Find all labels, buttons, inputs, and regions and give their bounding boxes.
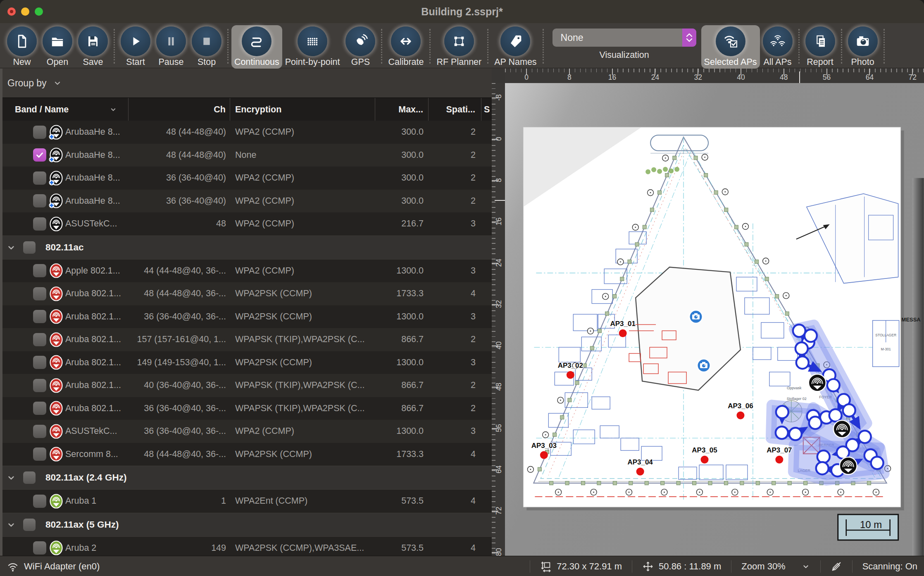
ap-checkbox[interactable] — [33, 495, 46, 508]
selected-aps-button[interactable]: Selected APs — [701, 25, 760, 69]
chevron-down-icon[interactable] — [6, 242, 17, 253]
continuous-mode-button[interactable]: Continuous — [231, 25, 282, 69]
ap-row[interactable]: ArubaaHe 8...48 (44-48@40)WPA2 (CCMP)300… — [0, 121, 492, 144]
ap-row[interactable]: Aruba 802.1...36 (36-40@40, 36-...WPAPSK… — [0, 397, 492, 420]
camera-marker[interactable] — [689, 310, 703, 324]
survey-point[interactable] — [843, 404, 855, 417]
ap-marker-dot[interactable] — [540, 451, 548, 459]
ap-row[interactable]: Aruba 802.1...40 (36-40@40, 36-...WPAPSK… — [0, 374, 492, 397]
ap-row[interactable]: Sercomm 8...48 (44-48@40, 36-...WPA2PSK … — [0, 443, 492, 466]
gps-button[interactable]: GPS — [343, 25, 378, 69]
column-header-ch[interactable]: Ch — [129, 98, 230, 121]
ap-row[interactable]: ArubaaHe 8...48 (44-48@40)None300.02 — [0, 144, 492, 167]
survey-point[interactable] — [827, 379, 840, 391]
column-header-spatial[interactable]: Spati... — [429, 98, 481, 121]
ruler-cursor-marker — [495, 200, 505, 201]
ap-row[interactable]: ASUSTekC...36 (36-40@40, 36-...WPA2 (CCM… — [0, 420, 492, 443]
chevron-down-icon[interactable] — [6, 519, 17, 530]
ap-checkbox[interactable] — [33, 287, 46, 300]
ap-row[interactable]: Aruba 802.1...48 (44-48@40, 36-...WPA2PS… — [0, 282, 492, 305]
ap-checkbox[interactable] — [33, 541, 46, 555]
column-marker — [765, 277, 769, 281]
ap-checkbox[interactable] — [33, 126, 46, 139]
group-checkbox[interactable] — [23, 471, 36, 484]
ap-marker-dot[interactable] — [736, 412, 744, 419]
new-button[interactable]: New — [4, 25, 40, 69]
survey-point[interactable] — [871, 457, 884, 469]
group-by-control[interactable]: Group by — [0, 69, 492, 98]
survey-point[interactable] — [817, 450, 830, 463]
survey-point[interactable] — [805, 329, 817, 342]
measured-ap-icon[interactable] — [840, 457, 857, 474]
ap-marker-dot[interactable] — [775, 456, 783, 464]
ap-marker-dot[interactable] — [619, 329, 627, 337]
column-header-band-name[interactable]: Band / Name — [0, 98, 129, 121]
ap-marker-dot[interactable] — [701, 456, 709, 464]
group-row[interactable]: 802.11ax (5 GHz) — [0, 513, 492, 537]
ap-checkbox[interactable] — [33, 194, 46, 207]
column-header-encryption[interactable]: Encryption — [230, 98, 375, 121]
start-button[interactable]: Start — [118, 25, 153, 69]
ap-checkbox[interactable] — [33, 217, 46, 231]
all-aps-button[interactable]: All APs — [760, 25, 795, 69]
survey-point[interactable] — [859, 431, 871, 443]
camera-marker[interactable] — [697, 359, 710, 372]
ap-checkbox[interactable] — [33, 425, 46, 438]
ap-checkbox[interactable] — [33, 402, 46, 415]
survey-point[interactable] — [816, 462, 829, 474]
group-row[interactable]: 802.11ac — [0, 236, 492, 259]
open-button[interactable]: Open — [40, 25, 75, 69]
save-button[interactable]: Save — [75, 25, 111, 69]
visualization-select[interactable]: None — [552, 29, 696, 47]
report-button[interactable]: Report — [803, 25, 838, 69]
survey-point[interactable] — [809, 417, 822, 429]
ap-checkbox[interactable] — [33, 310, 46, 323]
survey-point[interactable] — [776, 406, 788, 418]
survey-point[interactable] — [795, 342, 808, 355]
ap-marker-dot[interactable] — [567, 371, 574, 379]
group-row[interactable]: 802.11ax (2.4 GHz) — [0, 466, 492, 490]
ap-checkbox[interactable] — [33, 171, 46, 185]
stop-button[interactable]: Stop — [189, 25, 224, 69]
visualization-stepper[interactable] — [682, 29, 696, 47]
measured-ap-icon[interactable] — [809, 374, 826, 391]
column-header-s[interactable]: S — [481, 98, 492, 121]
survey-point[interactable] — [793, 324, 805, 337]
ap-row[interactable]: ArubaaHe 8...36 (36-40@40)WPA2 (CCMP)300… — [0, 167, 492, 190]
ap-checkbox[interactable] — [33, 447, 46, 461]
ap-row[interactable]: Aruba 2149WPA2PSK (CCMP),WPA3SAE...573.5… — [0, 537, 492, 556]
ap-checkbox[interactable] — [33, 264, 46, 277]
survey-point[interactable] — [796, 356, 809, 369]
chevron-down-icon[interactable] — [6, 472, 17, 483]
annotation-toggle[interactable] — [820, 560, 852, 573]
group-checkbox[interactable] — [23, 519, 36, 531]
ap-row[interactable]: Aruba 11WPA2Ent (CCMP)573.54 — [0, 490, 492, 513]
column-header-max[interactable]: Max... — [375, 98, 429, 121]
ap-row[interactable]: Aruba 802.1...149 (149-153@40, 1...WPA2P… — [0, 351, 492, 374]
ap-row[interactable]: Apple 802.1...44 (44-48@40, 36-...WPA2 (… — [0, 259, 492, 283]
ap-row[interactable]: Aruba 802.1...36 (36-40@40, 36-...WPA2PS… — [0, 305, 492, 328]
ap-row[interactable]: ASUSTekC...48WPA2 (CCMP)216.73 — [0, 212, 492, 236]
calibrate-button[interactable]: Calibrate — [385, 25, 426, 69]
survey-point[interactable] — [776, 426, 788, 439]
ap-marker-dot[interactable] — [636, 468, 644, 476]
ap-checkbox[interactable] — [33, 356, 46, 369]
ap-row[interactable]: Aruba 802.1...157 (157-161@40, 1...WPAPS… — [0, 328, 492, 351]
pause-button[interactable]: Pause — [153, 25, 189, 69]
survey-point[interactable] — [789, 428, 802, 440]
group-checkbox[interactable] — [23, 241, 36, 254]
ap-row[interactable]: ArubaaHe 8...36 (36-40@40)WPA2 (CCMP)300… — [0, 190, 492, 213]
point-by-point-mode-button[interactable]: Point-by-point — [282, 25, 343, 69]
floor-plan-canvas[interactable]: MESSA 10 m STOLLAGERM-301FOYERHERRERLAGE… — [505, 83, 924, 556]
measured-ap-icon[interactable] — [834, 420, 851, 438]
photo-button[interactable]: Photo — [845, 25, 881, 69]
ap-names-button[interactable]: AP Names — [491, 25, 539, 69]
floor-plan-viewport[interactable]: MESSA 10 m STOLLAGERM-301FOYERHERRERLAGE… — [505, 83, 924, 556]
rf-planner-button[interactable]: RF Planner — [433, 25, 484, 69]
zoom-control[interactable]: Zoom 30% — [731, 560, 820, 573]
visualization-label: Visualization — [599, 50, 649, 60]
ap-checkbox[interactable] — [33, 379, 46, 392]
ap-checkbox[interactable] — [33, 148, 46, 162]
survey-point[interactable] — [829, 409, 842, 421]
ap-checkbox[interactable] — [33, 333, 46, 346]
